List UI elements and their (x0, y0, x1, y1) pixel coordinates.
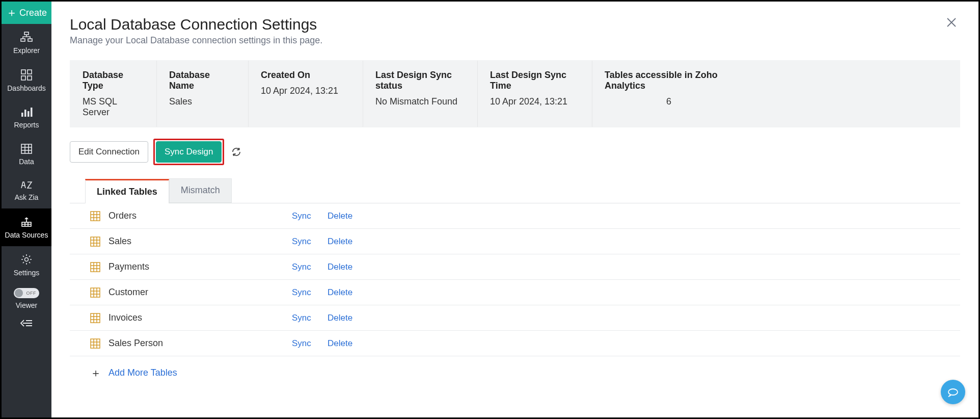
tab-mismatch[interactable]: Mismatch (169, 178, 232, 203)
info-label: Last Design Sync Time (490, 70, 580, 91)
create-label: Create (19, 8, 47, 18)
info-sync-status: Last Design Sync status No Mismatch Foun… (363, 61, 478, 127)
info-label: Last Design Sync status (375, 70, 465, 91)
row-sync-link[interactable]: Sync (292, 262, 328, 272)
sidebar-item-dashboards[interactable]: Dashboards (2, 62, 51, 99)
svg-rect-1 (21, 39, 25, 41)
sidebar-item-settings[interactable]: Settings (2, 246, 51, 284)
row-sync-link[interactable]: Sync (292, 287, 328, 298)
svg-rect-16 (91, 263, 100, 272)
table-icon (90, 313, 103, 323)
row-sync-link[interactable]: Sync (292, 313, 328, 323)
svg-rect-6 (28, 76, 32, 80)
page-subtitle: Manage your Local Database connection se… (70, 35, 322, 46)
svg-rect-11 (21, 144, 32, 153)
sidebar-item-explorer[interactable]: Explorer (2, 24, 51, 62)
refresh-button[interactable] (231, 147, 241, 157)
info-table-count: Tables accessible in Zoho Analytics 6 (592, 61, 745, 127)
sidebar-item-label: Data Sources (5, 231, 48, 239)
row-sync-link[interactable]: Sync (292, 237, 328, 247)
svg-point-13 (25, 258, 29, 261)
table-row: Sales Person Sync Delete (70, 331, 960, 356)
button-label: Edit Connection (78, 147, 140, 157)
sidebar-collapse[interactable] (4, 311, 49, 335)
svg-rect-17 (91, 288, 100, 297)
table-icon (90, 287, 103, 298)
info-value: MS SQL Server (83, 96, 144, 118)
toggle-state: OFF (26, 291, 37, 296)
svg-rect-14 (91, 212, 100, 221)
info-label: Database Type (83, 70, 144, 91)
table-name: Invoices (108, 312, 292, 323)
svg-rect-18 (91, 313, 100, 323)
svg-rect-8 (24, 110, 26, 117)
svg-rect-7 (21, 113, 23, 117)
button-label: Sync Design (165, 147, 213, 157)
main-panel: Local Database Connection Settings Manag… (51, 2, 978, 417)
svg-rect-5 (21, 76, 25, 80)
info-label: Created On (261, 70, 350, 81)
row-delete-link[interactable]: Delete (328, 313, 352, 323)
close-button[interactable] (943, 16, 960, 29)
row-sync-link[interactable]: Sync (292, 338, 328, 349)
svg-rect-19 (91, 339, 100, 348)
chat-fab[interactable] (941, 380, 965, 404)
data-sources-icon (20, 216, 33, 228)
svg-rect-0 (24, 32, 29, 35)
info-sync-time: Last Design Sync Time 10 Apr 2024, 13:21 (478, 61, 592, 127)
page-header: Local Database Connection Settings Manag… (70, 16, 960, 46)
sync-design-button[interactable]: Sync Design (156, 141, 222, 163)
info-value: 6 (605, 96, 733, 107)
sidebar-item-label: Dashboards (7, 84, 46, 92)
table-row: Orders Sync Delete (70, 203, 960, 229)
table-name: Sales Person (108, 338, 292, 349)
sidebar-item-ask-zia[interactable]: Ask Zia (2, 173, 51, 208)
row-delete-link[interactable]: Delete (328, 287, 352, 298)
row-sync-link[interactable]: Sync (292, 211, 328, 221)
sidebar-item-label: Ask Zia (15, 193, 39, 201)
explorer-icon (20, 31, 33, 43)
table-name: Customer (108, 287, 292, 298)
table-row: Invoices Sync Delete (70, 305, 960, 331)
svg-rect-3 (21, 70, 25, 74)
sidebar-item-reports[interactable]: Reports (2, 99, 51, 136)
page-title: Local Database Connection Settings (70, 16, 322, 33)
tab-label: Linked Tables (97, 187, 157, 197)
edit-connection-button[interactable]: Edit Connection (70, 141, 148, 163)
chat-icon (946, 385, 960, 399)
row-delete-link[interactable]: Delete (328, 262, 352, 272)
svg-rect-2 (28, 39, 32, 41)
svg-rect-10 (31, 108, 33, 117)
info-value: 10 Apr 2024, 13:21 (490, 96, 580, 107)
table-name: Orders (108, 211, 292, 221)
table-row: Sales Sync Delete (70, 229, 960, 254)
row-delete-link[interactable]: Delete (328, 211, 352, 221)
table-name: Sales (108, 236, 292, 247)
tabs: Linked Tables Mismatch (85, 178, 960, 203)
sidebar-item-label: Settings (14, 269, 40, 277)
table-icon (90, 338, 103, 349)
viewer-label: Viewer (16, 301, 38, 309)
action-row: Edit Connection Sync Design (70, 139, 960, 165)
sidebar-item-data-sources[interactable]: Data Sources (2, 208, 51, 246)
create-button[interactable]: ＋ Create (2, 2, 51, 24)
row-delete-link[interactable]: Delete (328, 237, 352, 247)
sidebar-item-data[interactable]: Data (2, 136, 51, 173)
viewer-toggle[interactable]: OFF (14, 288, 39, 298)
close-icon (946, 17, 957, 28)
sidebar-item-label: Explorer (13, 46, 40, 55)
connection-info-strip: Database Type MS SQL Server Database Nam… (70, 60, 960, 127)
info-value: Sales (169, 96, 236, 107)
tab-linked-tables[interactable]: Linked Tables (85, 179, 169, 203)
row-delete-link[interactable]: Delete (328, 338, 352, 349)
add-more-tables[interactable]: ＋ Add More Tables (70, 356, 960, 378)
sidebar-item-label: Reports (14, 121, 39, 129)
dashboard-icon (20, 69, 33, 81)
info-db-type: Database Type MS SQL Server (70, 61, 157, 127)
refresh-icon (231, 147, 241, 157)
tab-label: Mismatch (181, 185, 220, 195)
table-name: Payments (108, 261, 292, 272)
sidebar-bottom: OFF Viewer (2, 284, 51, 337)
table-icon (90, 262, 103, 272)
table-icon (90, 237, 103, 247)
